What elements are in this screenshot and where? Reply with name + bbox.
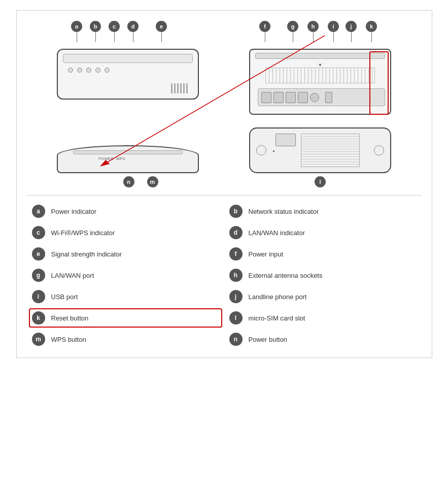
- legend-row-j: j Landline phone port: [224, 286, 422, 307]
- legend-text-n: Power button: [249, 336, 288, 343]
- legend-text-l: micro-SIM card slot: [249, 314, 305, 322]
- legend-text-i: USB port: [51, 293, 78, 301]
- legend-circle-k: k: [32, 311, 45, 325]
- device-bottom-drawing: ▲: [249, 127, 391, 173]
- legend-text-h: External antenna sockets: [249, 272, 323, 279]
- legend-text-f: Power input: [249, 250, 284, 258]
- label-h: h: [307, 21, 319, 32]
- legend-circle-e: e: [32, 247, 45, 261]
- legend-circle-d: d: [229, 226, 243, 239]
- legend-text-g: LAN/WAN port: [51, 272, 94, 279]
- label-f: f: [259, 21, 270, 32]
- label-j: j: [346, 21, 357, 32]
- label-n: n: [123, 176, 134, 187]
- legend-text-c: Wi-Fi®/WPS indicator: [51, 229, 115, 237]
- label-d: d: [127, 21, 139, 32]
- legend-row-k: k Reset button: [27, 307, 224, 329]
- legend-text-a: Power indicator: [51, 208, 97, 215]
- legend-text-b: Network status indicator: [249, 208, 319, 215]
- main-container: a b c d: [16, 10, 432, 358]
- legend-circle-l: l: [229, 311, 243, 325]
- legend-text-d: LAN/WAN indicator: [249, 229, 305, 237]
- legend-row-l: l micro-SIM card slot: [224, 307, 422, 329]
- label-c: c: [109, 21, 120, 32]
- legend-text-j: Landline phone port: [249, 293, 307, 301]
- label-i: i: [328, 21, 339, 32]
- legend-row-b: b Network status indicator: [224, 201, 422, 222]
- diagrams-row-bottom: POWER WPS n m ▲ l: [22, 122, 427, 187]
- legend-row-m: m WPS button: [27, 329, 224, 350]
- legend-circle-g: g: [32, 269, 45, 282]
- label-b: b: [90, 21, 101, 32]
- label-m: m: [147, 176, 158, 187]
- legend-circle-b: b: [229, 205, 243, 218]
- legend-row-f: f Power input: [224, 243, 422, 265]
- legend-row-h: h External antenna sockets: [224, 265, 422, 286]
- legend-text-m: WPS button: [51, 336, 86, 343]
- device-rear-drawing: ▼: [249, 49, 391, 115]
- legend-circle-m: m: [32, 333, 45, 346]
- diagram-rear: f g h i: [249, 21, 391, 115]
- legend-row-d: d LAN/WAN indicator: [224, 222, 422, 243]
- device-side-drawing: POWER WPS: [57, 145, 199, 173]
- legend-row-n: n Power button: [224, 329, 422, 350]
- legend-text-e: Signal strength indicator: [51, 250, 122, 258]
- diagrams-row-top: a b c d: [22, 16, 427, 115]
- legend-circle-f: f: [229, 247, 243, 261]
- legend-circle-h: h: [229, 269, 243, 282]
- legend-row-i: i USB port: [27, 286, 224, 307]
- label-a: a: [71, 21, 82, 32]
- legend-row-e: e Signal strength indicator: [27, 243, 224, 265]
- legend-row-a: a Power indicator: [27, 201, 224, 222]
- label-e: e: [156, 21, 167, 32]
- legend-circle-a: a: [32, 205, 45, 218]
- legend-circle-n: n: [229, 333, 243, 346]
- label-k-diagram: k: [366, 21, 377, 32]
- label-g: g: [287, 21, 298, 32]
- legend-circle-j: j: [229, 290, 243, 303]
- device-front-drawing: [57, 49, 199, 100]
- diagram-bottom: ▲ l: [249, 127, 391, 187]
- section-divider: [27, 195, 422, 196]
- legend-circle-i: i: [32, 290, 45, 303]
- legend-circle-c: c: [32, 226, 45, 239]
- legend-row-c: c Wi-Fi®/WPS indicator: [27, 222, 224, 243]
- legend-table: a Power indicator b Network status indic…: [22, 198, 427, 352]
- label-l: l: [315, 176, 326, 187]
- legend-text-k: Reset button: [51, 314, 89, 322]
- diagram-side: POWER WPS n m: [57, 145, 199, 187]
- diagram-front: a b c d: [57, 21, 199, 100]
- legend-row-g: g LAN/WAN port: [27, 265, 224, 286]
